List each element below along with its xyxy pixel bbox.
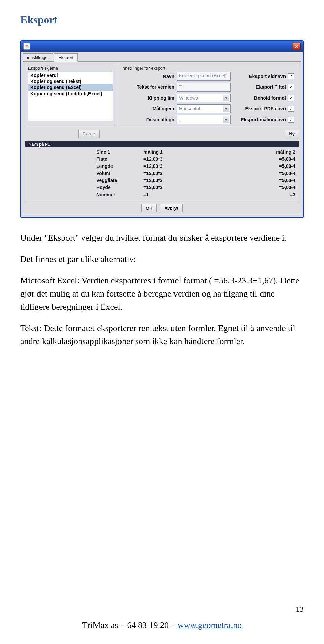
label-klipp: Klipp og lim xyxy=(121,95,174,101)
tab-innstillinger[interactable]: innstillinger xyxy=(23,53,53,62)
preview-table: Side 1 måling 1 måling 2 Flate =12,00*3 … xyxy=(25,147,299,202)
preview-cell: =12,00*3 xyxy=(143,156,204,163)
java-icon: ☕ xyxy=(23,43,30,50)
combo-klipp[interactable]: Windows ▼ xyxy=(177,94,231,102)
skjema-listbox[interactable]: Kopier verdi Kopier og send (Tekst) Kopi… xyxy=(28,72,113,121)
combo-klipp-value: Windows xyxy=(179,95,198,101)
preview-cell: Flate xyxy=(96,156,143,163)
preview-h2: måling 1 xyxy=(143,149,204,156)
preview-panel: Navn på PDF Side 1 måling 1 måling 2 Fla… xyxy=(25,141,299,202)
combo-desimal[interactable]: , ▼ xyxy=(177,115,231,124)
tab-panel: Eksport skjema Kopier verdi Kopier og se… xyxy=(23,61,301,215)
body-text: Under "Eksport" velger du hvilket format… xyxy=(20,231,304,348)
group-title-left: Eksport skjema xyxy=(28,66,113,71)
label-formel: Behold formel xyxy=(233,95,286,101)
page-title: Eksport xyxy=(20,14,304,26)
list-item[interactable]: Kopier verdi xyxy=(28,72,113,78)
table-row: Flate =12,00*3 =5,00-4 xyxy=(29,156,295,163)
group-eksport-skjema: Eksport skjema Kopier verdi Kopier og se… xyxy=(25,64,116,127)
combo-malinger-value: Horisontal xyxy=(179,106,200,111)
group-title-right: Innstillinger for eksport xyxy=(121,66,296,71)
avbryt-button[interactable]: Avbryt xyxy=(160,204,183,212)
titlebar: ☕ ✕ xyxy=(21,41,303,52)
table-row: Høyde =12,00*3 =5,00-4 xyxy=(29,184,295,191)
preview-cell: Veggflate xyxy=(96,177,143,184)
label-pdfnavn: Eksport PDF navn xyxy=(233,106,286,111)
close-button[interactable]: ✕ xyxy=(293,43,301,50)
fjerne-button[interactable]: Fjerne xyxy=(78,130,100,138)
skjema-button-row: Fjerne Ny xyxy=(25,128,299,139)
input-navn[interactable]: Kopier og send (Excel) xyxy=(177,72,231,81)
paragraph: Microsoft Excel: Verdien eksporteres i f… xyxy=(20,274,304,313)
label-sidnavn: Eksport sidnavn xyxy=(233,74,286,79)
tab-eksport[interactable]: Eksport xyxy=(54,53,78,62)
label-navn: Navn xyxy=(121,74,174,79)
paragraph: Tekst: Dette formatet eksporterer ren te… xyxy=(20,321,304,348)
paragraph: Under "Eksport" velger du hvilket format… xyxy=(20,231,304,244)
table-row: Volum =12,00*3 =5,00-4 xyxy=(29,170,295,177)
preview-cell: =5,00-4 xyxy=(204,177,295,184)
strip-navn-pdf: Navn på PDF xyxy=(25,141,299,147)
table-row: Side 1 måling 1 måling 2 xyxy=(29,149,295,156)
check-pdfnavn[interactable]: ✓ xyxy=(288,106,294,112)
preview-h1: Side 1 xyxy=(96,149,143,156)
chevron-down-icon: ▼ xyxy=(223,105,230,112)
dialog-window: ☕ ✕ innstillinger Eksport Eksport skjema… xyxy=(20,40,304,218)
preview-cell: =12,00*3 xyxy=(143,184,204,191)
input-tekst-for[interactable]: = xyxy=(177,83,231,92)
check-formel[interactable]: ✓ xyxy=(288,95,294,101)
label-tekst-for: Tekst før verdien xyxy=(121,84,174,90)
label-malinger: Målinger i xyxy=(121,106,174,111)
preview-cell: =5,00-4 xyxy=(204,170,295,177)
label-desimal: Desimaltegn xyxy=(121,117,174,122)
preview-cell: =5,00-4 xyxy=(204,184,295,191)
combo-desimal-value: , xyxy=(179,117,180,122)
table-row: Nummer =1 =3 xyxy=(29,191,295,198)
group-innstillinger: Innstillinger for eksport Navn Kopier og… xyxy=(118,64,299,127)
page-number: 13 xyxy=(296,604,304,614)
preview-cell: Høyde xyxy=(96,184,143,191)
preview-cell: Lengde xyxy=(96,163,143,170)
table-row: Lengde =12,00*3 =5,00-4 xyxy=(29,163,295,170)
preview-cell: =3 xyxy=(204,191,295,198)
tab-strip: innstillinger Eksport xyxy=(23,53,301,62)
label-malingnavn: Eksport målingnavn xyxy=(233,117,286,122)
preview-cell: =12,00*3 xyxy=(143,170,204,177)
ok-button[interactable]: OK xyxy=(141,204,157,212)
check-sidnavn[interactable]: ✓ xyxy=(288,73,294,79)
list-item[interactable]: Kopier og send (Excel) xyxy=(28,84,113,91)
footer-text: TriMax as – 64 83 19 20 – xyxy=(82,620,178,630)
preview-h3: måling 2 xyxy=(204,149,295,156)
check-malingnavn[interactable]: ✓ xyxy=(288,117,294,123)
paragraph: Det finnes et par ulike alternativ: xyxy=(20,253,304,266)
preview-cell: Volum xyxy=(96,170,143,177)
ny-button[interactable]: Ny xyxy=(285,130,299,138)
chevron-down-icon: ▼ xyxy=(223,116,230,123)
preview-cell: =12,00*3 xyxy=(143,163,204,170)
list-item[interactable]: Kopier og send (Loddrett,Excel) xyxy=(28,91,113,97)
preview-cell: =5,00-4 xyxy=(204,156,295,163)
footer: TriMax as – 64 83 19 20 – www.geometra.n… xyxy=(0,620,324,630)
preview-cell: =1 xyxy=(143,191,204,198)
combo-malinger[interactable]: Horisontal ▼ xyxy=(177,104,231,113)
close-icon: ✕ xyxy=(295,44,299,49)
dialog-button-row: OK Avbryt xyxy=(25,202,299,213)
preview-cell: =5,00-4 xyxy=(204,163,295,170)
table-row: Veggflate =12,00*3 =5,00-4 xyxy=(29,177,295,184)
window-body: innstillinger Eksport Eksport skjema Kop… xyxy=(21,52,303,217)
preview-cell: Nummer xyxy=(96,191,143,198)
preview-cell: =12,00*3 xyxy=(143,177,204,184)
check-tittel[interactable]: ✓ xyxy=(288,84,294,90)
list-item[interactable]: Kopier og send (Tekst) xyxy=(28,78,113,84)
footer-link[interactable]: www.geometra.no xyxy=(178,620,242,630)
label-tittel: Eksport Tittel xyxy=(233,84,286,90)
chevron-down-icon: ▼ xyxy=(223,95,230,101)
